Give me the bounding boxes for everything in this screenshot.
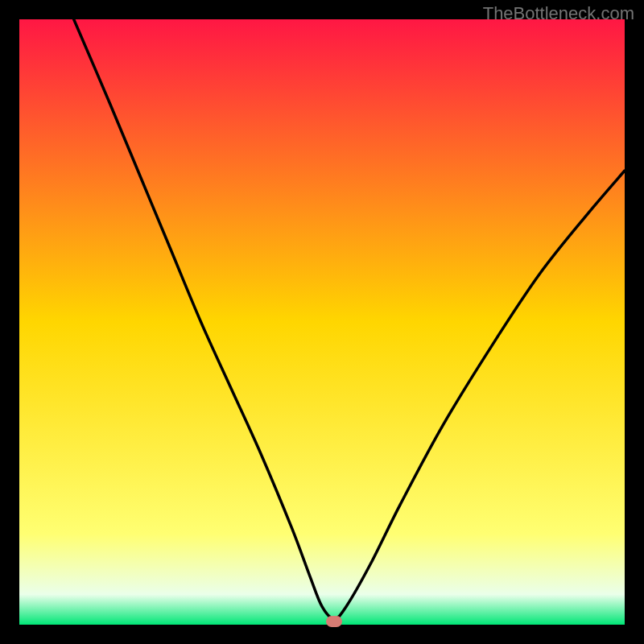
- chart-container: TheBottleneck.com: [0, 0, 644, 644]
- bottleneck-curve: [19, 19, 625, 625]
- watermark-text: TheBottleneck.com: [483, 3, 634, 24]
- plot-area: [19, 19, 625, 625]
- optimal-marker: [326, 616, 342, 627]
